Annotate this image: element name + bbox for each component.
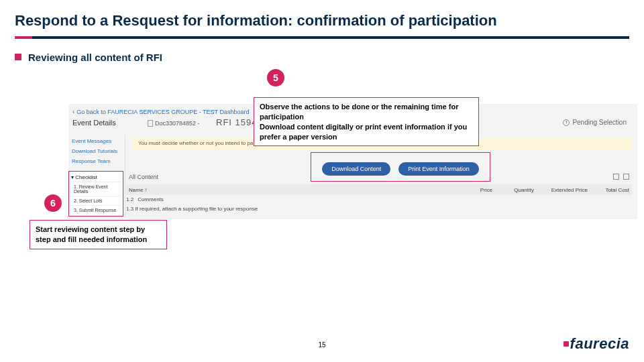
grid-tools bbox=[613, 174, 629, 180]
col-qty: Quantity bbox=[492, 187, 534, 193]
slide-title: Respond to a Resquest for information: c… bbox=[0, 0, 644, 36]
callout-step-5: Observe the actions to be done or the re… bbox=[254, 97, 479, 146]
download-buttons-highlight: Download Content Print Event Information bbox=[311, 152, 490, 182]
title-underline bbox=[15, 36, 629, 39]
callout5-line1: Observe the actions to be done or the re… bbox=[260, 102, 473, 122]
step-badge-6: 6 bbox=[44, 194, 62, 212]
nav-event-messages[interactable]: Event Messages bbox=[68, 136, 123, 146]
content-grid-header: Name ↑ Price Quantity Extended Price Tot… bbox=[126, 184, 632, 195]
subhead-row: Reviewing all content of RFI bbox=[0, 48, 644, 66]
step-badge-5: 5 bbox=[267, 69, 284, 86]
col-total: Total Cost bbox=[588, 187, 629, 193]
col-name[interactable]: Name ↑ bbox=[129, 187, 276, 193]
col-ext-price: Extended Price bbox=[534, 187, 588, 193]
table-row: 1.3 If required, attach a supporting fil… bbox=[126, 206, 258, 212]
chevron-left-icon: ‹ bbox=[72, 108, 74, 115]
subhead-text: Reviewing all content of RFI bbox=[28, 52, 162, 63]
back-link[interactable]: ‹ Go back to FAURECIA SERVICES GROUPE - … bbox=[72, 108, 249, 115]
document-id: Doc330784852 - bbox=[155, 120, 200, 127]
document-icon bbox=[148, 120, 153, 127]
page-number: 15 bbox=[0, 341, 644, 349]
table-row: 1.2 Comments bbox=[126, 196, 164, 202]
row-label: Comments bbox=[138, 196, 164, 202]
brand-logo: faurecia bbox=[564, 335, 629, 353]
status-pending-text: Pending Selection bbox=[572, 119, 627, 126]
action-area: Download Content Print Event Information bbox=[246, 151, 555, 182]
event-details-heading: Event Details bbox=[72, 119, 116, 127]
checklist-title: ▾ Checklist bbox=[71, 173, 121, 182]
checklist-item-1[interactable]: 1. Review Event Details bbox=[71, 182, 121, 196]
square-bullet-icon bbox=[15, 54, 21, 60]
clock-icon bbox=[563, 119, 570, 126]
vertical-divider bbox=[125, 135, 125, 217]
print-event-info-button[interactable]: Print Event Information bbox=[398, 162, 479, 176]
left-nav: Event Messages Download Tutorials Respon… bbox=[68, 136, 123, 166]
nav-response-team[interactable]: Response Team bbox=[68, 156, 123, 166]
back-link-text: Go back to FAURECIA SERVICES GROUPE - TE… bbox=[76, 109, 249, 115]
row-index: 1.2 bbox=[126, 196, 133, 202]
nav-download-tutorials[interactable]: Download Tutorials bbox=[68, 146, 123, 156]
checklist-panel: ▾ Checklist 1. Review Event Details 2. S… bbox=[68, 171, 123, 217]
export-icon[interactable] bbox=[623, 174, 629, 180]
col-price: Price bbox=[451, 187, 492, 193]
checklist-item-2[interactable]: 2. Select Lots bbox=[71, 196, 121, 205]
status-pending: Pending Selection bbox=[563, 119, 627, 126]
download-content-button[interactable]: Download Content bbox=[322, 162, 390, 176]
checklist-item-3[interactable]: 3. Submit Response bbox=[71, 205, 121, 215]
callout5-line2: Download content digitally or print even… bbox=[260, 122, 473, 142]
grid-icon[interactable] bbox=[613, 174, 619, 180]
rfi-name: RFI 1594 bbox=[216, 117, 257, 127]
callout-step-6: Start reviewing content step by step and… bbox=[30, 220, 167, 249]
document-label: Doc330784852 - bbox=[148, 120, 200, 127]
brand-name: faurecia bbox=[570, 335, 629, 353]
brand-dot-icon bbox=[564, 341, 569, 347]
all-content-label: All Content bbox=[129, 174, 158, 180]
